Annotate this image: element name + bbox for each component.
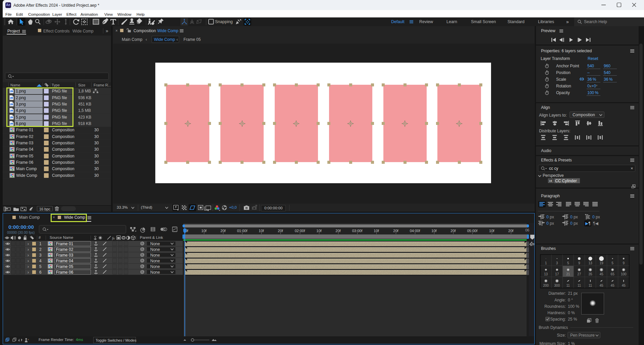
svg-text:5: 5 <box>567 261 569 265</box>
svg-text:200: 200 <box>543 284 549 287</box>
svg-text:45: 45 <box>599 272 603 276</box>
svg-text:27: 27 <box>577 272 581 276</box>
svg-text:17: 17 <box>555 272 559 276</box>
svg-text:300: 300 <box>554 284 560 287</box>
svg-text:45: 45 <box>611 284 615 287</box>
svg-text:13: 13 <box>544 272 548 276</box>
svg-text:9: 9 <box>578 261 580 265</box>
svg-text:45: 45 <box>599 284 603 287</box>
svg-text:65: 65 <box>611 272 615 276</box>
svg-text:9: 9 <box>623 261 625 265</box>
svg-text:45: 45 <box>622 284 626 287</box>
svg-text:fx: fx <box>112 236 115 240</box>
svg-text:19: 19 <box>599 261 603 265</box>
svg-text:11: 11 <box>578 284 581 287</box>
svg-text:11: 11 <box>567 284 570 287</box>
svg-text:3: 3 <box>556 261 558 265</box>
svg-text:11: 11 <box>589 284 592 287</box>
svg-text:13: 13 <box>588 261 592 265</box>
svg-text:5: 5 <box>611 261 613 265</box>
svg-text:35: 35 <box>588 272 592 276</box>
svg-text:100: 100 <box>621 272 627 276</box>
svg-text:21: 21 <box>566 272 570 276</box>
svg-text:1: 1 <box>545 261 547 265</box>
